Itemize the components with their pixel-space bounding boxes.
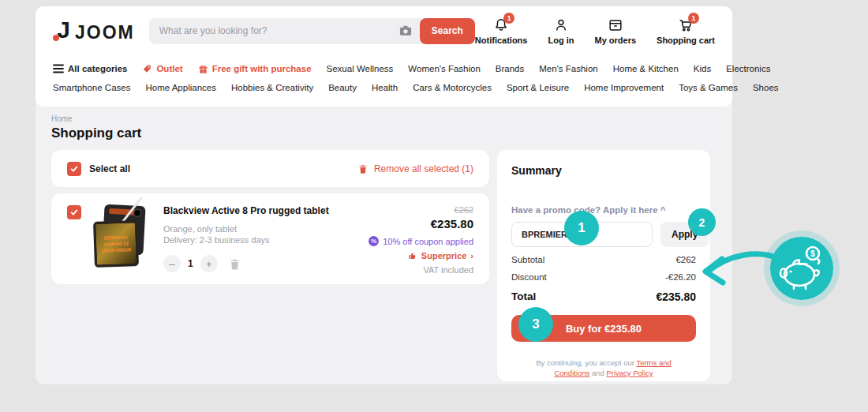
item-trash-icon[interactable] [228,257,241,271]
page-content: J JOOM Search [36,6,732,384]
discount-row: Discount-€26.20 [511,272,696,282]
tag-icon [142,64,152,74]
notifications-button[interactable]: 1 Notifications [475,17,528,45]
search-button[interactable]: Search [420,18,475,44]
annotation-step-2: 2 [688,208,716,236]
login-button[interactable]: Log in [548,17,574,45]
chevron-right-icon: › [470,251,473,260]
quantity-minus-button[interactable]: – [163,255,181,272]
select-all-checkbox[interactable] [67,162,81,176]
promo-code-toggle[interactable]: Have a promo code? Apply it here ^ [511,205,696,215]
remove-all-button[interactable]: Remove all selected (1) [357,163,473,174]
tablet-front: 22000mAh Android 13 16GB+256GB [93,220,139,268]
shopping-cart-button[interactable]: 1 Shopping cart [657,17,715,45]
nav-free-gift[interactable]: Free gift with purchase [198,64,312,74]
nav-electronics[interactable]: Electronics [726,64,770,73]
nav-sexual-wellness[interactable]: Sexual Wellness [327,64,394,73]
nav-brands[interactable]: Brands [496,64,524,73]
search-input[interactable] [159,25,391,36]
thumbs-up-icon [408,251,417,260]
header: J JOOM Search [36,6,732,107]
trash-icon [357,163,369,174]
privacy-link[interactable]: Privacy Policy [606,369,653,377]
logo-text: JOOM [75,22,135,43]
nav-all-categories[interactable]: All categories [53,64,127,73]
nav-mens-fashion[interactable]: Men's Fashion [539,64,597,73]
notifications-badge: 1 [503,13,514,24]
logo-red-dot [53,35,59,41]
annotation-step-1: 1 [564,211,599,245]
percent-icon: % [369,236,379,246]
person-icon [552,17,570,34]
cart-badge: 1 [688,13,699,24]
quantity-stepper: – 1 + [163,255,347,272]
quantity-value: 1 [188,258,193,269]
search-bar: Search [149,18,475,44]
gift-icon [198,64,208,74]
nav-home-appliances[interactable]: Home Appliances [145,83,216,92]
camera-icon[interactable] [398,23,413,39]
select-all-bar: Select all Remove all selected (1) [51,150,489,187]
coupon-applied: % 10% off coupon applied [347,236,473,246]
nav-cars[interactable]: Cars & Motorcycles [413,83,492,92]
product-variant-delivery: Orange, only tablet Delivery: 2-3 busine… [163,223,347,245]
my-orders-button[interactable]: My orders [594,17,636,45]
nav-smartphone-cases[interactable]: Smartphone Cases [53,83,130,92]
piggy-bank-icon: $ [762,229,841,308]
category-nav-row2: Smartphone Cases Home Appliances Hobbies… [36,79,732,96]
old-price: €262 [347,205,473,215]
superprice-link[interactable]: Superprice › [347,251,473,260]
nav-womens-fashion[interactable]: Women's Fashion [408,64,480,73]
cart-icon: 1 [677,17,694,34]
nav-home-improvement[interactable]: Home Improvement [584,83,664,92]
quantity-plus-button[interactable]: + [200,255,218,272]
nav-hobbies[interactable]: Hobbies & Creativity [231,83,313,92]
joom-logo[interactable]: J JOOM [53,19,135,43]
nav-shoes[interactable]: Shoes [753,83,779,92]
nav-beauty[interactable]: Beauty [328,83,357,92]
annotation-step-3: 3 [518,307,553,342]
orders-box-icon [607,17,624,34]
header-actions: 1 Notifications Log in [475,17,715,45]
product-image[interactable]: 22000mAh Android 13 16GB+256GB [92,204,152,268]
current-price: €235.80 [347,217,473,230]
cart-column: Select all Remove all selected (1) 22000… [51,150,489,284]
nav-health[interactable]: Health [372,83,398,92]
logo-j-icon: J [53,19,70,43]
breadcrumb[interactable]: Home [51,114,73,123]
nav-kids[interactable]: Kids [694,64,711,73]
hamburger-icon [53,64,64,73]
product-title[interactable]: Blackview Active 8 Pro rugged tablet [163,205,347,216]
bell-icon: 1 [492,17,510,34]
nav-outlet[interactable]: Outlet [142,64,182,74]
page-title: Shopping cart [51,125,141,141]
subtotal-row: Subtotal€262 [511,255,696,264]
cart-item: 22000mAh Android 13 16GB+256GB Blackview… [51,193,489,284]
nav-toys[interactable]: Toys & Games [679,83,738,92]
nav-sport[interactable]: Sport & Leisure [507,83,569,92]
terms-note: By continuing, you accept our Terms and … [511,358,696,378]
nav-home-kitchen[interactable]: Home & Kitchen [613,64,679,73]
vat-note: VAT included [347,265,473,275]
category-nav-row1: All categories Outlet Free gift with pur… [36,60,732,77]
svg-text:$: $ [810,249,815,258]
total-row: Total€235.80 [511,290,696,303]
summary-title: Summary [511,164,696,177]
summary-panel: Summary Have a promo code? Apply it here… [497,150,710,381]
select-all-label: Select all [89,163,130,174]
item-checkbox[interactable] [67,205,81,219]
